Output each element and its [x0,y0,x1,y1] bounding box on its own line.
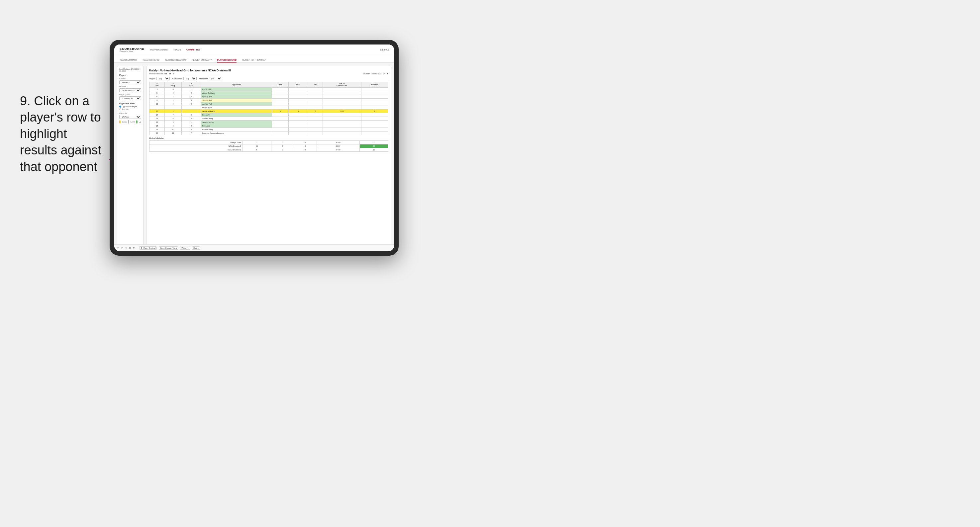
cell-conf: 1 [182,121,201,124]
conference-select[interactable]: (All) [183,77,197,80]
ood-row[interactable]: NCAA Division 2 5 0 0 7.400 10 [150,148,388,152]
cell-win [272,113,288,117]
ood-rounds: 2 [360,141,388,144]
cell-opponent: Heejo Hyun [200,106,272,110]
cell-diff [323,132,361,135]
cell-div: 13 [150,110,165,113]
main-content: Last Updated: 27/03/2024 16:55:28 Player… [114,63,394,251]
radio-unselected [119,108,121,110]
cell-div: 5 [150,91,165,95]
col-diff: Diff AvStrokes/Rnd [323,82,361,88]
tab-player-summary[interactable]: PLAYER SUMMARY [192,59,212,63]
cell-reg: 1 [164,98,181,102]
cell-win [272,128,288,132]
cell-opponent: Alexis Sudjianto [200,91,272,95]
nav-bar: SCOREBOARD Powered by clippd TOURNAMENTS… [114,44,394,55]
nav-left: SCOREBOARD Powered by clippd TOURNAMENTS… [119,48,200,52]
ood-row[interactable]: Foreign Team 1 0 0 4.500 2 [150,141,388,144]
save-custom-view-button[interactable]: Save Custom View [159,246,178,249]
region-select[interactable]: (All) [156,77,170,80]
opponent-view-section: Opponent view Opponents Played Top 100 [119,102,141,110]
record-row: Overall Record: 353 - 34 - 6 Division Re… [149,73,388,75]
cell-tie [308,121,323,124]
cell-reg: 6 [164,102,181,106]
cell-win [272,106,288,110]
cell-loss [289,132,308,135]
cell-diff [323,128,361,132]
cell-conf [182,110,201,113]
tab-team-h2h-heatmap[interactable]: TEAM H2H HEATMAP [165,59,187,63]
grid-title: Katelyn Vo Head-to-Head Grid for Women's… [149,69,388,72]
cell-diff [323,98,361,102]
ood-tie: 0 [294,141,317,144]
cell-tie [308,102,323,106]
nav-tournaments[interactable]: TOURNAMENTS [150,48,168,51]
division-select[interactable]: NCAA Division III [119,88,141,92]
table-row[interactable]: 10 6 3 Andrea York [150,102,388,106]
opponents-played-option[interactable]: Opponents Played [119,106,141,108]
cell-win [272,102,288,106]
table-row[interactable]: 14 7 4 Eunice Yi [150,113,388,117]
cell-reg: 2 [164,91,181,95]
table-row[interactable]: 3 4 1 Esther Lee [150,88,388,91]
gender-select[interactable]: Women's [119,80,141,84]
table-row-highlighted[interactable]: 13 1 Jessica Huang 0 1 0 -3.00 2 [150,110,388,113]
region-filter: Region (All) [149,77,170,80]
table-row[interactable]: 16 9 1 Jessica Mason [150,121,388,124]
tab-player-h2h-grid[interactable]: PLAYER H2H GRID [217,59,237,63]
table-row[interactable]: 18 2 2 Euna Lee [150,124,388,128]
cell-reg [164,106,181,110]
cell-reg: 9 [164,121,181,124]
player-rank-select[interactable]: 8. Katelyn Vo [119,96,141,100]
logo: SCOREBOARD Powered by clippd [119,48,145,52]
cell-rounds [361,124,388,128]
col-reg: #Reg [164,82,181,88]
sign-out-link[interactable]: Sign out [380,49,389,51]
cell-tie [308,98,323,102]
cell-conf: 4 [182,113,201,117]
cell-tie [308,91,323,95]
table-row[interactable]: 15 8 5 Stella Cheng [150,117,388,121]
table-row[interactable]: 9 1 4 Sharon Mun [150,98,388,102]
ood-label: NCAA Division 2 [150,148,243,152]
tab-team-summary[interactable]: TEAM SUMMARY [119,59,137,63]
cell-conf: 2 [182,91,201,95]
table-row[interactable]: 6 1 3 Sydney Kuo [150,95,388,98]
table-row[interactable]: 19 10 6 Emily Chang [150,128,388,132]
cell-reg: 4 [164,88,181,91]
nav-menu: TOURNAMENTS TEAMS COMMITTEE [150,48,200,51]
conference-filter: Conference (All) [172,77,197,80]
cell-opponent: Eunice Yi [200,113,272,117]
tab-team-h2h-grid[interactable]: TEAM H2H GRID [143,59,159,63]
cell-loss [289,124,308,128]
nav-teams[interactable]: TEAMS [173,48,181,51]
table-row[interactable]: 20 11 7 Federica Domecq Lacroze [150,132,388,135]
table-row[interactable]: Heejo Hyun [150,106,388,110]
cell-conf: 4 [182,98,201,102]
table-row[interactable]: 5 2 2 Alexis Sudjianto [150,91,388,95]
cell-opponent: Jessica Mason [200,121,272,124]
cell-opponent: Andrea York [200,102,272,106]
cell-loss [289,91,308,95]
cell-rounds: 2 [361,110,388,113]
player-section-title: Player [119,74,141,76]
tab-player-h2h-heatmap[interactable]: PLAYER H2H HEATMAP [242,59,266,63]
ood-loss: 0 [271,144,294,148]
cell-div: 16 [150,121,165,124]
ood-tie: 0 [294,144,317,148]
cell-loss [289,102,308,106]
watch-button[interactable]: Watch ▾ [180,246,190,248]
cell-tie: 0 [308,110,323,113]
top-100-option[interactable]: Top 100 [119,108,141,110]
cell-loss [289,117,308,121]
cell-rounds [361,102,388,106]
opponent-select[interactable]: (All) [209,77,222,80]
share-button[interactable]: Share [192,246,200,249]
nav-committee[interactable]: COMMITTEE [186,48,200,51]
cell-loss [289,88,308,91]
cell-rounds [361,113,388,117]
ood-row[interactable]: NAIA Division 1 15 0 0 9.267 30 [150,144,388,148]
view-original-button[interactable]: 👁 View: Original [146,246,157,249]
cell-opponent: Sydney Kuo [200,95,272,98]
colour-by-select[interactable]: Win/loss [119,115,141,119]
